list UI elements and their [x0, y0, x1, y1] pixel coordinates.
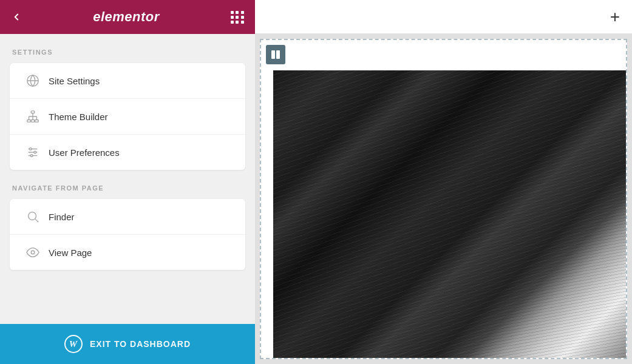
settings-section-label: SETTINGS: [10, 49, 245, 56]
user-preferences-label: User Preferences: [49, 147, 120, 158]
theme-builder-label: Theme Builder: [49, 112, 108, 122]
right-panel: +: [255, 0, 632, 364]
site-settings-label: Site Settings: [49, 76, 100, 86]
exit-to-dashboard-button[interactable]: W EXIT TO DASHBOARD: [0, 324, 255, 364]
user-preferences-item[interactable]: User Preferences: [10, 135, 245, 170]
canvas-frame: [260, 39, 627, 359]
add-section-button[interactable]: +: [610, 8, 620, 25]
site-settings-item[interactable]: Site Settings: [10, 63, 245, 99]
app-title: elementor: [93, 9, 160, 25]
svg-rect-4: [31, 120, 35, 123]
finder-item[interactable]: Finder: [10, 199, 245, 235]
exit-button-label: EXIT TO DASHBOARD: [90, 339, 191, 349]
svg-rect-20: [271, 50, 275, 59]
svg-point-14: [30, 148, 32, 150]
globe-icon: [22, 74, 44, 87]
settings-menu-card: Site Settings: [10, 63, 245, 170]
panel-content: SETTINGS Site Settings: [0, 34, 255, 324]
eye-icon: [22, 246, 44, 259]
canvas-toolbar: +: [255, 0, 632, 34]
left-panel: elementor SETTINGS Site Settings: [0, 0, 255, 364]
view-page-item[interactable]: View Page: [10, 235, 245, 270]
svg-line-18: [35, 219, 38, 222]
wordpress-logo: W: [64, 335, 83, 353]
svg-point-16: [30, 155, 33, 157]
svg-point-17: [29, 212, 36, 220]
canvas-image: [273, 70, 626, 358]
svg-rect-2: [31, 111, 35, 113]
navigate-menu-card: Finder View Page: [10, 199, 245, 270]
back-button[interactable]: [11, 12, 22, 22]
svg-rect-3: [27, 120, 31, 123]
sliders-icon: [22, 146, 44, 159]
view-page-label: View Page: [49, 248, 92, 258]
finder-label: Finder: [49, 212, 75, 222]
top-bar: elementor: [0, 0, 255, 34]
hair-photo: [273, 70, 626, 358]
navigate-section-label: NAVIGATE FROM PAGE: [10, 184, 245, 192]
hierarchy-icon: [22, 110, 44, 123]
svg-point-15: [34, 151, 36, 153]
svg-rect-5: [35, 120, 38, 123]
canvas-area: [255, 34, 632, 364]
search-icon: [22, 210, 44, 223]
svg-rect-21: [276, 50, 280, 59]
column-handle[interactable]: [266, 45, 285, 64]
svg-point-19: [31, 251, 35, 254]
theme-builder-item[interactable]: Theme Builder: [10, 99, 245, 135]
grid-menu-button[interactable]: [231, 11, 244, 24]
